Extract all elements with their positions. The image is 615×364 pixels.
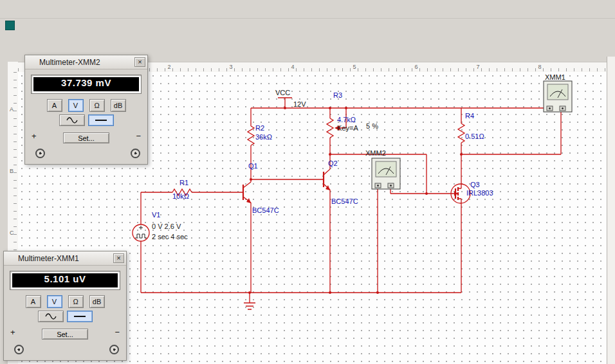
schematic-label[interactable]: 36kΩ xyxy=(255,133,272,141)
negative-terminal-jack xyxy=(109,345,119,354)
positive-terminal-jack xyxy=(35,149,45,158)
ohm-mode-button[interactable]: Ω xyxy=(68,295,84,308)
schematic-label[interactable]: BC547C xyxy=(252,206,279,214)
schematic-label[interactable]: IRL3803 xyxy=(466,189,493,197)
mode-button-row: A V Ω dB xyxy=(4,295,126,308)
schematic-label[interactable]: 10kΩ xyxy=(172,192,189,200)
dc-line-icon xyxy=(74,316,86,317)
window-titlebar[interactable]: Multimeter-XMM1 × xyxy=(4,251,126,266)
signal-button-row xyxy=(25,114,147,126)
schematic-label[interactable]: Q3 xyxy=(470,181,480,188)
ohm-mode-button[interactable]: Ω xyxy=(89,99,105,112)
ac-mode-button[interactable] xyxy=(38,311,64,322)
multimeter-display: 5.101 uV xyxy=(10,271,120,290)
dc-mode-button[interactable] xyxy=(67,311,93,322)
schematic-label[interactable]: BC547C xyxy=(331,197,358,205)
db-mode-button[interactable]: dB xyxy=(111,99,126,112)
schematic-label[interactable]: 0 V 2.6 V xyxy=(152,223,181,230)
schematic-label[interactable]: R4 xyxy=(465,112,474,120)
terminal-row: + Set... − xyxy=(10,327,120,357)
negative-label: − xyxy=(115,327,120,337)
schematic-label[interactable]: Q2 xyxy=(328,159,338,167)
window-title: Multimeter-XMM2 xyxy=(39,58,100,67)
schematic-label[interactable]: V1 xyxy=(152,211,160,219)
dc-mode-button[interactable] xyxy=(88,114,114,126)
mode-button-row: A V Ω dB xyxy=(25,99,147,112)
schematic-label[interactable]: 12V xyxy=(293,100,306,108)
schematic-label[interactable]: 4.7kΩ xyxy=(337,116,356,123)
ampere-mode-button[interactable]: A xyxy=(47,99,62,112)
negative-terminal-jack xyxy=(131,149,140,158)
schematic-label[interactable]: 2 sec 4 sec xyxy=(152,233,188,241)
schematic-label[interactable]: VCC xyxy=(275,89,290,96)
schematic-label[interactable]: R1 xyxy=(179,179,188,187)
schematic-label[interactable]: 5 % xyxy=(366,122,378,130)
close-icon[interactable]: × xyxy=(113,253,124,263)
set-button[interactable]: Set... xyxy=(42,329,88,340)
window-titlebar[interactable]: Multimeter-XMM2 × xyxy=(25,55,147,69)
ac-mode-button[interactable] xyxy=(59,114,85,126)
signal-button-row xyxy=(4,311,126,322)
schematic-label[interactable]: R2 xyxy=(255,124,264,132)
multimeter-xmm1-window[interactable]: Multimeter-XMM1 × 5.101 uV A V Ω dB + Se… xyxy=(3,251,127,361)
xmm2-instrument-icon[interactable] xyxy=(372,158,400,189)
schematic-label[interactable]: Q1 xyxy=(248,162,258,170)
schematic-label[interactable]: XMM1 xyxy=(545,73,565,81)
multimeter-display: 37.739 mV xyxy=(31,75,142,94)
db-mode-button[interactable]: dB xyxy=(89,295,105,308)
xmm1-instrument-icon[interactable] xyxy=(544,81,572,112)
ampere-mode-button[interactable]: A xyxy=(26,295,41,308)
schematic-label[interactable]: XMM2 xyxy=(365,149,386,157)
positive-label: + xyxy=(10,327,15,337)
close-icon[interactable]: × xyxy=(134,57,145,67)
multimeter-reading: 37.739 mV xyxy=(33,77,139,91)
vertical-scrollbar[interactable] xyxy=(607,57,615,364)
schematic-label[interactable]: Key=A xyxy=(337,124,358,132)
multimeter-reading: 5.101 uV xyxy=(12,273,118,287)
ac-sine-icon xyxy=(45,313,57,320)
multimeter-xmm2-window[interactable]: Multimeter-XMM2 × 37.739 mV A V Ω dB + S… xyxy=(24,55,148,165)
terminal-row: + Set... − xyxy=(32,131,141,161)
schematic-labels: VCC12VR3R236kΩ4.7kΩKey=A5 %R40.51ΩR110kΩ… xyxy=(152,73,565,241)
schematic-label[interactable]: 0.51Ω xyxy=(465,132,484,140)
positive-label: + xyxy=(32,131,37,141)
schematic-label[interactable]: R3 xyxy=(333,91,342,99)
set-button[interactable]: Set... xyxy=(63,132,109,143)
volt-mode-button[interactable]: V xyxy=(68,99,84,112)
ac-sine-icon xyxy=(66,117,78,123)
negative-label: − xyxy=(136,131,141,141)
volt-mode-button[interactable]: V xyxy=(47,295,62,308)
window-title: Multimeter-XMM1 xyxy=(18,254,79,263)
voltage-source-V1[interactable] xyxy=(133,224,149,241)
dc-line-icon xyxy=(95,120,107,121)
positive-terminal-jack xyxy=(14,345,24,354)
